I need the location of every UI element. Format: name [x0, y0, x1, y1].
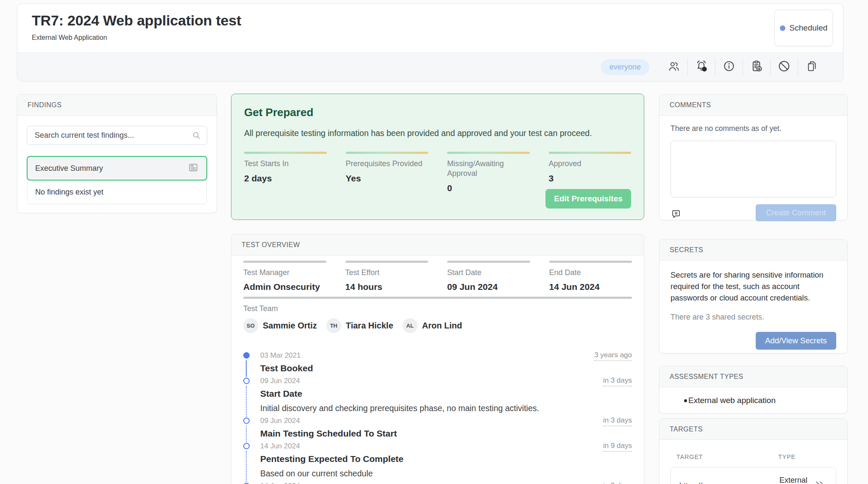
team-member-name: Sammie Ortiz: [263, 321, 317, 331]
avatar: TH: [326, 318, 341, 333]
info-icon: [723, 60, 735, 74]
bullet-icon: [684, 399, 687, 402]
field-test-effort: Test Effort 14 hours: [345, 261, 428, 292]
clipboard-download-icon: [750, 59, 763, 75]
notifications-button[interactable]: [688, 53, 715, 81]
prerequisite-stats: Test Starts In 2 days Prerequisites Prov…: [244, 152, 631, 194]
alarm-bell-icon: [695, 59, 708, 75]
get-prepared-title: Get Prepared: [244, 106, 631, 119]
people-icon: [668, 60, 680, 74]
timeline-date: 09 Jun 2024: [260, 377, 300, 385]
targets-table-header: TARGET TYPE: [670, 453, 836, 460]
findings-search-input[interactable]: [27, 126, 207, 145]
timeline-circle-icon: [243, 378, 250, 384]
add-view-secrets-button[interactable]: Add/View Secrets: [756, 332, 836, 350]
timeline-item: 14 Jun 2024 in 9 days Full Report Availa…: [243, 481, 632, 484]
comment-input[interactable]: [670, 141, 836, 197]
timeline-connector: [246, 360, 247, 377]
page-title: TR7: 2024 Web application test: [32, 12, 829, 29]
stat-gradient-bar: [447, 152, 530, 154]
timeline-relative-time[interactable]: in 9 days: [603, 442, 632, 452]
block-icon: [777, 59, 791, 75]
edit-prerequisites-button[interactable]: Edit Prerequisites: [545, 189, 631, 209]
stat-gradient-bar: [244, 152, 327, 154]
timeline-circle-icon: [243, 443, 250, 449]
timeline-connector: [246, 426, 247, 442]
field-label: End Date: [549, 268, 632, 277]
disable-button[interactable]: [771, 53, 798, 81]
status-label: Scheduled: [790, 23, 828, 33]
timeline-description: Initial discovery and checking prerequis…: [260, 403, 632, 414]
timeline-title: Pentesting Expected To Complete: [260, 453, 632, 465]
timeline-relative-time[interactable]: in 9 days: [603, 481, 632, 484]
stat-test-starts-in: Test Starts In 2 days: [244, 152, 327, 194]
timeline-relative-time[interactable]: in 3 days: [603, 416, 632, 426]
header-toolbar: everyone: [17, 53, 843, 81]
field-bar: [549, 261, 632, 263]
info-button[interactable]: [715, 53, 743, 81]
timeline-item: 03 Mar 2021 3 years ago Test Booked: [243, 351, 632, 376]
timeline-date: 14 Jun 2024: [260, 442, 300, 450]
findings-empty-message: No findings exist yet: [27, 181, 207, 204]
field-label: Start Date: [447, 268, 530, 277]
page-subtitle: External Web Application: [32, 34, 829, 42]
report-download-button[interactable]: [743, 53, 770, 81]
secrets-description: Secrets are for sharing sensitive inform…: [670, 269, 836, 303]
timeline-title: Test Booked: [260, 362, 632, 374]
assessment-types-panel: ASSESSMENT TYPES External web applicatio…: [659, 366, 848, 414]
field-bar: [243, 261, 326, 263]
search-icon: [192, 131, 201, 142]
stat-label: Approved: [549, 159, 632, 169]
stat-value: 3: [549, 173, 632, 184]
test-team-label: Test Team: [243, 304, 632, 313]
timeline-title: Main Testing Scheduled To Start: [260, 428, 632, 439]
field-test-manager: Test Manager Admin Onsecurity: [243, 261, 326, 292]
timeline-date: 09 Jun 2024: [260, 417, 300, 425]
type-column-header: TYPE: [778, 453, 836, 460]
field-bar: [345, 261, 428, 263]
people-button[interactable]: [660, 53, 687, 81]
field-value: 14 hours: [345, 281, 428, 292]
copy-button[interactable]: [798, 53, 825, 81]
timeline-circle-icon: [243, 417, 250, 424]
get-prepared-message: All prerequisite testing information has…: [244, 128, 631, 138]
timeline-relative-time[interactable]: 3 years ago: [594, 351, 632, 361]
secrets-count-note: There are 3 shared secrets.: [670, 313, 836, 322]
stat-missing-awaiting-approval: Missing/Awaiting Approval 0: [447, 152, 530, 194]
visibility-badge[interactable]: everyone: [601, 59, 649, 75]
timeline-title: Start Date: [260, 388, 632, 399]
timeline-relative-time[interactable]: in 3 days: [603, 376, 632, 387]
timeline-dot-icon: [243, 352, 250, 359]
stat-prerequisites-provided: Prerequisites Provided Yes: [346, 152, 428, 194]
double-chevron-icon[interactable]: [811, 480, 828, 484]
stat-value: Yes: [346, 173, 428, 184]
field-start-date: Start Date 09 Jun 2024: [447, 261, 530, 292]
field-label: Test Effort: [345, 268, 428, 277]
stat-gradient-bar: [346, 152, 428, 154]
assessment-type-label: External web application: [688, 396, 776, 405]
team-member-name: Aron Lind: [422, 321, 462, 331]
field-value: 09 Jun 2024: [447, 281, 530, 292]
target-row[interactable]: https://www.acme.co External URL: [670, 467, 836, 484]
target-url: https://www.acme.co: [679, 481, 779, 484]
create-comment-button[interactable]: Create Comment: [756, 204, 836, 221]
stat-gradient-bar: [549, 152, 632, 154]
comments-panel-title: COMMENTS: [659, 95, 847, 116]
test-timeline: 03 Mar 2021 3 years ago Test Booked 09 J…: [243, 351, 632, 484]
timeline-date: 03 Mar 2021: [260, 351, 300, 359]
timeline-description: Based on our current schedule: [260, 468, 632, 479]
report-icon: [188, 162, 199, 175]
status-badge: Scheduled: [774, 10, 833, 46]
finding-item-executive-summary[interactable]: Executive Summary: [27, 156, 207, 181]
field-bar: [447, 261, 530, 263]
comments-empty-message: There are no comments as of yet.: [670, 124, 836, 133]
field-value: Admin Onsecurity: [243, 281, 326, 292]
secrets-panel-title: SECRETS: [659, 239, 847, 261]
canned-response-icon[interactable]: [670, 209, 682, 221]
stat-approved: Approved 3: [549, 152, 632, 194]
comments-panel: COMMENTS There are no comments as of yet…: [659, 94, 848, 220]
secrets-panel: SECRETS Secrets are for sharing sensitiv…: [659, 239, 848, 353]
test-overview-panel-title: TEST OVERVIEW: [231, 234, 644, 256]
stat-value: 0: [447, 183, 530, 194]
test-overview-panel: TEST OVERVIEW Test Manager Admin Onsecur…: [231, 234, 644, 484]
